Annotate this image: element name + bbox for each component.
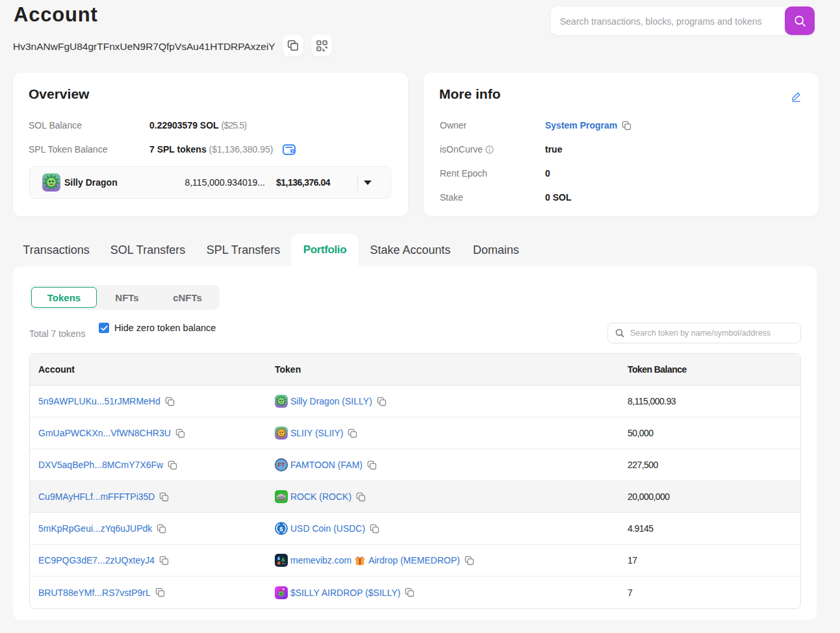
svg-text:$: $ xyxy=(279,525,283,532)
svg-text:FT: FT xyxy=(278,462,285,468)
